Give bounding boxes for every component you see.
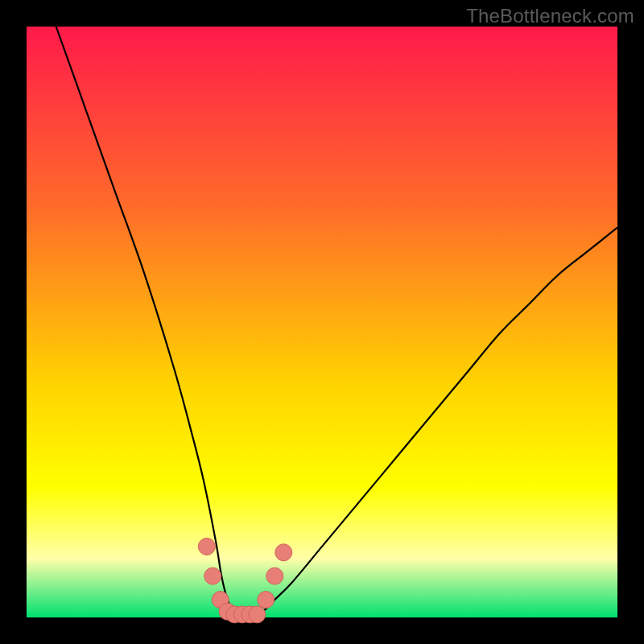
marker-point: [275, 544, 292, 561]
bottleneck-curve: [56, 27, 617, 618]
marker-point: [204, 568, 221, 584]
marker-point: [198, 538, 215, 555]
marker-group: [198, 538, 291, 622]
marker-point: [249, 606, 266, 623]
curve-layer: [27, 27, 617, 617]
marker-point: [258, 591, 275, 608]
watermark-text: TheBottleneck.com: [466, 5, 634, 27]
marker-point: [266, 568, 283, 584]
